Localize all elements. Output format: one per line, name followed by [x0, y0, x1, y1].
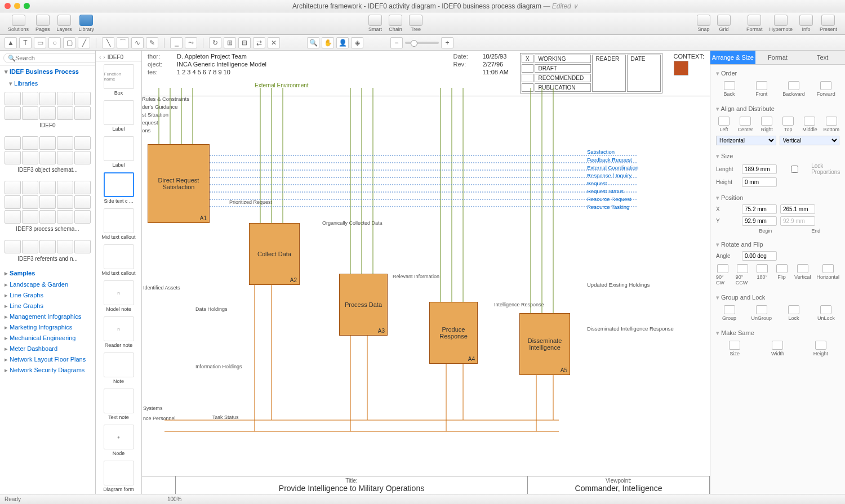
text-tool-icon[interactable]: T [19, 37, 32, 48]
length-input[interactable] [742, 164, 777, 174]
toolbar-format[interactable]: Format [744, 15, 765, 32]
crop-icon[interactable]: ◈ [351, 37, 363, 48]
misc-tool-icon[interactable]: ✕ [268, 37, 280, 48]
section-makesame[interactable]: Make Same [716, 328, 839, 338]
insp-top[interactable]: Top [780, 117, 796, 132]
section-size[interactable]: Size [716, 151, 839, 162]
toolbar-present[interactable]: Present [817, 15, 839, 32]
insp-forward[interactable]: Forward [813, 81, 839, 97]
activity-a3[interactable]: Process DataA3 [339, 274, 388, 336]
search-input[interactable] [3, 53, 96, 63]
insp-ungroup[interactable]: UnGroup [748, 305, 775, 321]
diagram-area[interactable]: External Environment Rules & Constraints… [142, 82, 710, 479]
lib-shape[interactable] [39, 151, 56, 164]
tab-text[interactable]: Text [800, 51, 845, 64]
category-item[interactable]: Network Security Diagrams [0, 365, 95, 376]
x-begin-input[interactable] [742, 204, 777, 214]
insp-center[interactable]: Center [737, 117, 753, 132]
insp-bottom[interactable]: Bottom [823, 117, 839, 132]
insp-back[interactable]: Back [716, 81, 742, 97]
lib-shape[interactable] [57, 240, 73, 253]
forward-icon[interactable]: › [103, 54, 105, 60]
lib-shape[interactable] [39, 92, 56, 105]
insp-horizontal[interactable]: Horizontal [816, 264, 839, 286]
back-icon[interactable]: ‹ [99, 54, 101, 60]
lock-proportions-checkbox[interactable] [780, 166, 809, 173]
smart-connector-icon[interactable]: ⤳ [185, 37, 197, 48]
person-icon[interactable]: 👤 [336, 37, 349, 48]
zoom-in-icon[interactable]: + [441, 37, 453, 48]
tab-format[interactable]: Format [755, 51, 800, 64]
insp-backward[interactable]: Backward [781, 81, 807, 97]
insp-vertical[interactable]: Vertical [794, 264, 811, 286]
toolbar-info[interactable]: Info [797, 15, 815, 32]
lib-shape[interactable] [22, 181, 38, 194]
lib-shape[interactable] [5, 136, 21, 150]
insp-middle[interactable]: Middle [802, 117, 817, 132]
insp-90-ccw[interactable]: 90° CCW [736, 264, 750, 286]
line-icon[interactable]: ╲ [102, 37, 114, 48]
insp-flip[interactable]: Flip [775, 264, 789, 286]
minimize-icon[interactable] [14, 3, 20, 9]
lib-shape[interactable] [57, 181, 73, 194]
shape-label[interactable]: Label [96, 134, 141, 170]
lib-shape[interactable] [22, 195, 38, 209]
lib-shape[interactable] [39, 181, 56, 194]
align-vertical-select[interactable]: Vertical [780, 136, 840, 145]
maximize-icon[interactable] [24, 3, 30, 9]
lib-shape[interactable] [39, 210, 56, 224]
insp-group[interactable]: Group [716, 305, 742, 321]
category-item[interactable]: Meter Dashboard [0, 344, 95, 354]
activity-a4[interactable]: Produce ResponseA4 [429, 302, 478, 364]
lib-shape[interactable] [74, 240, 91, 253]
zoom-out-icon[interactable]: − [390, 37, 403, 48]
shape-model-note[interactable]: nModel note [96, 278, 141, 314]
tab-arrange[interactable]: Arrange & Size [710, 51, 755, 64]
insp-right[interactable]: Right [759, 117, 775, 132]
section-rotate[interactable]: Rotate and Flip [716, 239, 839, 250]
align-horizontal-select[interactable]: Horizontal [716, 136, 776, 145]
shape-reader-note[interactable]: nReader note [96, 314, 141, 350]
rect-tool-icon[interactable]: ▭ [34, 37, 46, 48]
section-group[interactable]: Group and Lock [716, 292, 839, 303]
shape-diagram-form[interactable]: Diagram form [96, 458, 141, 494]
lib-shape[interactable] [57, 210, 73, 224]
lib-shape[interactable] [74, 106, 91, 120]
lib-shape[interactable] [5, 181, 21, 194]
pen-icon[interactable]: ✎ [146, 37, 158, 48]
tree-idef-root[interactable]: IDEF Business Process [0, 66, 95, 78]
spline-icon[interactable]: ∿ [131, 37, 144, 48]
lib-shape[interactable] [57, 136, 73, 150]
toolbar-tree[interactable]: Tree [407, 15, 425, 32]
toolbar-library[interactable]: Library [77, 15, 97, 32]
lib-shape[interactable] [57, 106, 73, 120]
rounded-tool-icon[interactable]: ▢ [63, 37, 75, 48]
lib-shape[interactable] [22, 151, 38, 164]
lib-shape[interactable] [74, 210, 91, 224]
lib-shape[interactable] [5, 195, 21, 209]
shape-node[interactable]: ●Node [96, 422, 141, 458]
activity-a5[interactable]: Disseminate IntelligenceA5 [519, 313, 570, 375]
shape-side-text-c-[interactable]: Side text c ... [96, 170, 141, 206]
magnifier-icon[interactable]: 🔍 [307, 37, 319, 48]
insp-180-[interactable]: 180° [755, 264, 769, 286]
arc-icon[interactable]: ⌒ [117, 37, 129, 48]
lib-shape[interactable] [5, 210, 21, 224]
pointer-tool-icon[interactable]: ▲ [5, 37, 17, 48]
lib-shape[interactable] [39, 195, 56, 209]
zoom-slider[interactable] [405, 42, 439, 44]
close-icon[interactable] [5, 3, 11, 9]
lib-shape[interactable] [74, 92, 91, 105]
toolbar-pages[interactable]: Pages [33, 15, 52, 32]
lib-shape[interactable] [39, 240, 56, 253]
y-end-input[interactable] [780, 216, 815, 226]
category-item[interactable]: Management Infographics [0, 311, 95, 322]
ellipse-tool-icon[interactable]: ○ [48, 37, 61, 48]
canvas[interactable]: thor:D. Appleton Project Team oject:INCA… [142, 51, 710, 494]
activity-a2[interactable]: Collect DataA2 [249, 223, 300, 285]
lib-shape[interactable] [39, 106, 56, 120]
shape-box[interactable]: Function nameBox [96, 62, 141, 98]
shape-mid-text-callout[interactable]: Mid text callout [96, 206, 141, 242]
tree-samples[interactable]: Samples [0, 267, 95, 279]
shape-label[interactable]: Label [96, 98, 141, 134]
